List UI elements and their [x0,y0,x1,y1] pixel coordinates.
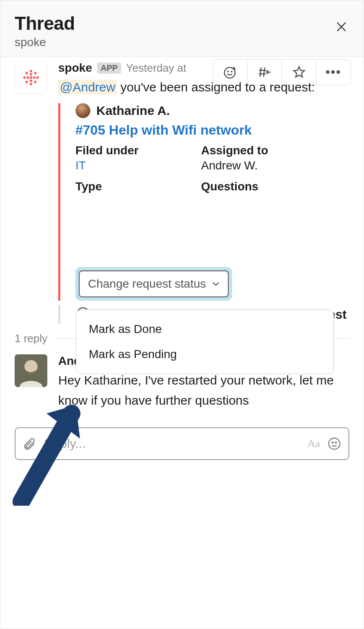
header-left: Thread spoke [15,13,75,49]
svg-point-11 [26,81,28,83]
thread-title: Thread [15,13,75,34]
svg-point-7 [23,76,26,79]
thread-panel: Thread spoke [0,0,364,629]
message-header-row: spoke APP Yesterday at [58,61,349,75]
svg-point-16 [33,76,36,79]
assigned-to-value: Andrew W. [201,159,327,172]
svg-point-12 [34,81,36,83]
message-content: spoke APP Yesterday at @Andrew you've be… [58,61,349,324]
svg-point-23 [336,442,337,443]
close-icon [335,21,348,33]
spoke-logo-icon [20,67,42,88]
field-row-1: Filed under IT Assigned to Andrew W. [75,144,349,172]
option-mark-pending[interactable]: Mark as Pending [76,342,333,367]
svg-point-6 [30,83,32,86]
bot-message: spoke APP Yesterday at @Andrew you've be… [0,57,364,324]
message-timestamp: Yesterday at [126,62,186,75]
questions-col: Questions [201,180,327,193]
svg-point-14 [30,80,32,82]
assigned-to-col: Assigned to Andrew W. [201,144,327,172]
ticket-link[interactable]: #705 Help with Wifi network [75,122,349,138]
chevron-down-icon [212,282,219,286]
questions-label: Questions [201,180,327,193]
svg-point-5 [30,70,32,72]
sender-name: spoke [58,61,92,75]
close-button[interactable] [335,13,349,36]
request-attachment: Katharine A. #705 Help with Wifi network… [58,103,349,301]
avatar-placeholder-icon [15,354,47,387]
reply-body: Hey Katharine, I've restarted your netwo… [58,370,349,411]
status-dropdown-menu: Mark as Done Mark as Pending [76,309,334,374]
field-row-2: Type Questions [75,180,349,193]
assigned-to-label: Assigned to [201,144,327,157]
type-label: Type [75,180,201,193]
app-badge: APP [97,62,121,74]
requester-row: Katharine A. [75,103,349,118]
user-mention[interactable]: @Andrew [58,80,117,94]
requester-avatar [75,103,90,118]
reply-count: 1 reply [15,332,47,345]
assigned-text: @Andrew you've been assigned to a reques… [58,77,349,97]
svg-point-9 [26,72,28,75]
filed-under-value[interactable]: IT [75,159,201,172]
filed-under-col: Filed under IT [75,144,201,172]
svg-point-8 [36,76,39,79]
arrow-icon [9,388,93,506]
svg-point-13 [30,73,32,75]
assigned-text-rest: you've been assigned to a request: [117,80,315,94]
reply-avatar [15,354,47,387]
svg-point-21 [329,438,340,450]
thread-body: ••• sp [0,57,364,629]
change-status-label: Change request status [88,277,206,291]
svg-point-22 [332,442,333,443]
change-status-button[interactable]: Change request status [79,270,229,297]
status-button-highlight: Change request status [75,267,232,301]
svg-point-17 [30,76,32,79]
annotation-arrow [9,388,93,507]
channel-name: spoke [15,36,75,49]
filed-under-label: Filed under [75,144,201,157]
requester-name: Katharine A. [96,104,170,118]
type-col: Type [75,180,201,193]
emoji-icon[interactable] [328,437,341,450]
spoke-avatar [15,61,47,94]
svg-point-15 [26,76,29,79]
option-mark-done[interactable]: Mark as Done [76,317,333,342]
thread-header: Thread spoke [0,0,364,57]
format-icon[interactable]: Aa [307,437,320,450]
svg-point-10 [34,72,36,75]
